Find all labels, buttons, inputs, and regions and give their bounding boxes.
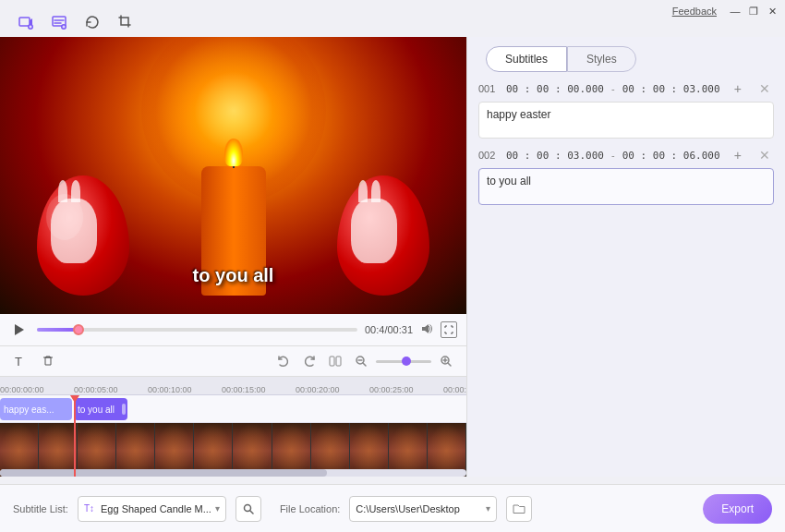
subtitle-clip-2[interactable]: to you all (74, 398, 127, 420)
ruler-mark-2: 00:00:10:00 (148, 385, 192, 394)
zoom-out-button[interactable] (350, 350, 372, 372)
subtitle-track[interactable]: happy eas... to you all (0, 395, 466, 423)
entry-1-add-button[interactable]: + (729, 79, 747, 98)
folder-icon (513, 502, 525, 515)
timeline-scrollbar[interactable] (0, 469, 466, 477)
zoom-out-icon (355, 355, 368, 368)
subtitle-list-arrow: ▾ (215, 503, 220, 514)
playhead (74, 395, 76, 477)
crop-icon (118, 15, 133, 30)
entry-1-close-button[interactable]: ✕ (755, 79, 774, 98)
timeline-add-icon: T (14, 355, 27, 368)
fullscreen-icon (444, 325, 453, 334)
volume-svg (420, 322, 433, 335)
bottom-bar: Subtitle List: T↕ Egg Shaped Candle M...… (0, 484, 785, 532)
clip-1-label: happy eas... (4, 405, 54, 415)
split-icon (329, 355, 342, 368)
ruler-mark-3: 00:00:15:00 (222, 385, 266, 394)
redo-button[interactable] (298, 350, 320, 372)
zoom-in-icon (440, 355, 453, 368)
tab-subtitles[interactable]: Subtitles (486, 46, 567, 72)
svg-point-10 (244, 504, 250, 511)
folder-button[interactable] (506, 496, 532, 522)
fullscreen-button[interactable] (441, 321, 457, 338)
restore-button[interactable]: ❐ (746, 4, 761, 18)
entry-2-close-button[interactable]: ✕ (755, 146, 774, 164)
egg-right (337, 175, 429, 296)
zoom-in-button[interactable] (435, 350, 457, 372)
entry-2-start[interactable]: 00 : 00 : 03.000 (506, 150, 604, 162)
undo-icon (277, 355, 290, 368)
file-path-select[interactable]: C:\Users\User\Desktop ▾ (349, 496, 497, 522)
svg-rect-7 (336, 357, 341, 366)
progress-thumb (73, 324, 84, 335)
entry-1-end[interactable]: 00 : 00 : 03.000 (622, 83, 720, 95)
ruler-mark-0: 00:00:00:00 (0, 385, 44, 394)
subtitle-clip-1[interactable]: happy eas... (0, 398, 72, 420)
egg-left (37, 175, 129, 296)
timeline-delete-button[interactable] (37, 350, 59, 372)
search-icon (243, 503, 254, 514)
crop-button[interactable] (111, 9, 140, 35)
zoom-slider[interactable] (376, 360, 431, 363)
entry-2-text[interactable]: to you all (478, 168, 774, 205)
toolbar-top (0, 9, 151, 35)
undo-button[interactable] (272, 350, 295, 372)
svg-rect-6 (330, 357, 334, 366)
add-subtitle-icon (52, 15, 66, 30)
progress-bar[interactable] (37, 328, 357, 332)
timeline-toolbar-left: T (9, 350, 59, 372)
subtitle-entry-2: 002 00 : 00 : 03.000 - 00 : 00 : 06.000 … (478, 146, 774, 205)
entry-2-separator: - (611, 150, 615, 161)
svg-marker-4 (15, 324, 24, 335)
split-button[interactable] (324, 350, 346, 372)
feedback-link[interactable]: Feedback (672, 6, 717, 17)
timeline-delete-icon (42, 355, 54, 368)
entry-2-end[interactable]: 00 : 00 : 06.000 (622, 150, 720, 162)
svg-rect-0 (19, 18, 30, 26)
timeline-ruler: 00:00:00:00 00:00:05:00 00:00:10:00 00:0… (0, 377, 466, 395)
subtitle-list-select[interactable]: T↕ Egg Shaped Candle M... ▾ (78, 496, 226, 522)
rotate-button[interactable] (78, 9, 107, 35)
export-button[interactable]: Export (703, 494, 772, 524)
entry-1-start[interactable]: 00 : 00 : 00.000 (506, 83, 604, 95)
entry-2-add-button[interactable]: + (729, 146, 747, 164)
close-button[interactable]: ✕ (765, 4, 779, 18)
redo-icon (303, 355, 316, 368)
tab-styles[interactable]: Styles (567, 46, 636, 72)
file-path-value: C:\Users\User\Desktop (356, 503, 459, 514)
clip-2-label: to you all (78, 405, 115, 415)
subtitle-overlay: to you all (193, 265, 274, 286)
bunny-right (351, 199, 397, 263)
time-display: 00:4/00:31 (365, 324, 413, 335)
candle-flame (224, 139, 243, 166)
subtitle-list-label: Subtitle List: (13, 503, 68, 514)
entry-1-text[interactable]: happy easter (478, 102, 774, 139)
add-media-button[interactable] (11, 9, 41, 35)
add-subtitle-button[interactable] (44, 9, 74, 35)
zoom-thumb (402, 357, 411, 366)
volume-icon[interactable] (420, 322, 433, 338)
video-area[interactable]: to you all (0, 37, 466, 314)
timeline-add-button[interactable]: T (9, 350, 31, 372)
svg-text:T: T (15, 355, 22, 368)
ruler-mark-1: 00:00:05:00 (74, 385, 118, 394)
ruler-mark-4: 00:00:20:00 (296, 385, 340, 394)
timeline-toolbar-right (272, 350, 457, 372)
file-location-label: File Location: (280, 503, 340, 514)
ruler-mark-6: 00:00:30:00 (443, 385, 466, 394)
timeline-scrollbar-thumb (0, 469, 327, 477)
bunny-left (51, 199, 97, 263)
subtitle-search-button[interactable] (236, 496, 261, 522)
entry-2-num: 002 (478, 150, 501, 161)
minimize-button[interactable]: — (728, 4, 743, 18)
play-button[interactable] (9, 320, 30, 340)
video-controls: 00:4/00:31 (0, 314, 466, 346)
subtitle-entries: 001 00 : 00 : 00.000 - 00 : 00 : 03.000 … (467, 72, 785, 477)
timeline-area[interactable]: 00:00:00:00 00:00:05:00 00:00:10:00 00:0… (0, 377, 466, 477)
right-panel: Subtitles Styles 001 00 : 00 : 00.000 - … (466, 37, 785, 477)
subtitle-entry-1: 001 00 : 00 : 00.000 - 00 : 00 : 03.000 … (478, 79, 774, 139)
entry-1-num: 001 (478, 83, 501, 94)
clip-handle[interactable] (122, 404, 126, 415)
file-path-arrow: ▾ (486, 503, 490, 514)
